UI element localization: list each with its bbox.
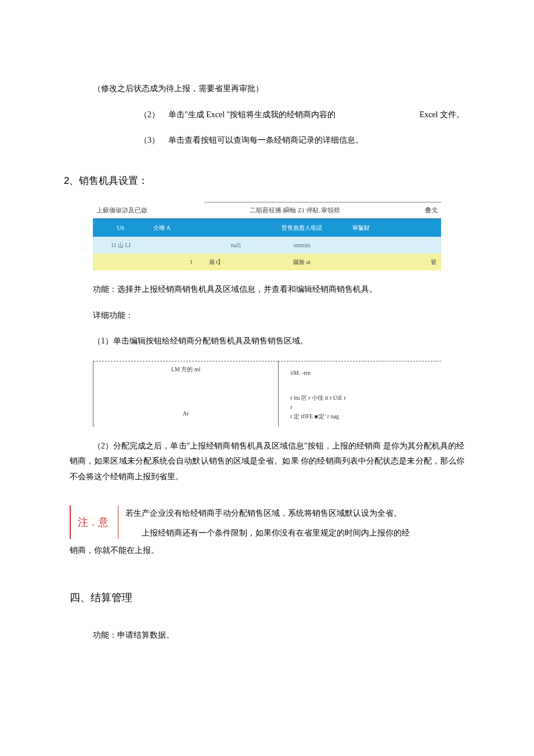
table-row: 11 山 LI nuJ] immim — [93, 237, 441, 254]
diagram-line: r — [290, 403, 436, 412]
section-2-title: 2、销售机具设置： — [64, 172, 464, 190]
allocation-diagram: LM 方的 ml Ar iiM: -rrn r itu 区 r 小佳 it r … — [93, 361, 441, 427]
cell: 11 山 LI — [93, 237, 149, 254]
text: （修改之后状态成为待上报，需要省里再审批） — [93, 84, 264, 93]
cell: nuJ] — [204, 237, 267, 254]
text-excel-file: Excel 文件。 — [420, 107, 464, 123]
header-cell: 审鬘財 — [337, 218, 385, 237]
cell — [93, 254, 149, 270]
cell — [337, 254, 385, 270]
intro-line-0: （修改之后状态成为待上报，需要省里再审批） — [70, 81, 464, 97]
text: 上报经销商还有一个条件限制，如果你没有在省里规定的时间内上报你的经 — [142, 529, 410, 537]
cell: 扇 t】 — [204, 254, 267, 270]
diagram-label: LM 方的 ml — [171, 364, 201, 375]
cell: 上蘇偭琡滸及已啟 — [93, 202, 204, 219]
diagram-line: r 定 tflFE ■'定' r nag — [290, 412, 436, 421]
table-header-row: Utt 仝唾 A 暂售負责人电话 审鬘財 — [93, 218, 441, 237]
table-row: 上蘇偭琡滸及已啟 二順蘢柾播.瞬軸 Z1 停駐.审領焙 叠戈 — [93, 202, 441, 219]
note-line: 上报经销商还有一个条件限制，如果你没有在省里规定的时间内上报你的经 — [125, 525, 465, 541]
cell — [149, 237, 204, 254]
intro-line-2: （3） 单击查看按钮可以查询每一条经销商记录的详细信息。 — [70, 133, 464, 149]
diagram-right-pane: iiM: -rrn r itu 区 r 小佳 it r UiE r r r 定 … — [278, 361, 441, 427]
note-line: 若生产企业没有给经销商手动分配销售区域，系统将销售区域默认设为全省。 — [125, 505, 465, 522]
header-cell — [385, 218, 441, 237]
table-sales-machine: 上蘇偭琡滸及已啟 二順蘢柾播.瞬軸 Z1 停駐.审領焙 叠戈 Utt 仝唾 A … — [93, 202, 441, 270]
cell: 叠戈 — [385, 202, 441, 219]
paragraph: （2）分配完成之后，单击"上报经销商销售机具及区域信息"按钮，上报的经销商 是你… — [70, 439, 464, 485]
paragraph: 功能：申请结算数据。 — [70, 628, 464, 643]
text: 单击"生成 Excel "按钮将生成我的经销商内容的 — [168, 107, 367, 123]
note-label: 注.意 — [70, 505, 118, 539]
cell: 1 — [149, 254, 204, 270]
diagram-label: Ar — [98, 408, 273, 419]
header-cell: 暂售負责人电话 — [267, 218, 337, 237]
diagram-left-pane: LM 方的 ml Ar — [93, 361, 278, 427]
cell: immim — [267, 237, 337, 254]
intro-line-1: （2） 单击"生成 Excel "按钮将生成我的经销商内容的 Excel 文件。 — [70, 107, 464, 123]
diagram-lines: r itu 区 r 小佳 it r UiE r r r 定 tflFE ■'定'… — [290, 393, 436, 421]
cell: 冒 — [385, 254, 441, 270]
text: 单击查看按钮可以查询每一条经销商记录的详细信息。 — [168, 133, 464, 149]
table: 上蘇偭琡滸及已啟 二順蘢柾播.瞬軸 Z1 停駐.审領焙 叠戈 Utt 仝唾 A … — [93, 202, 441, 270]
cell — [385, 237, 441, 254]
header-cell — [204, 218, 267, 237]
paragraph: （1）单击编辑按钮给经销商分配销售机具及销售销售区域。 — [70, 334, 464, 349]
paragraph: 功能：选择并上报经销商销售机具及区域信息，并查看和编辑经销商销售机具。 — [70, 282, 464, 298]
table-row: 1 扇 t】 蹴验 ai 冒 — [93, 254, 441, 270]
paragraph: 详细功能： — [70, 308, 464, 324]
note-continuation: 销商，你就不能在上报。 — [70, 542, 464, 559]
section-4-title: 四、结算管理 — [70, 588, 464, 607]
note-content: 若生产企业没有给经销商手动分配销售区域，系统将销售区域默认设为全省。 上报经销商… — [118, 505, 465, 541]
header-cell: Utt — [93, 218, 149, 237]
cell: 蹴验 ai — [267, 254, 337, 270]
text: （2）分配完成之后，单击"上报经销商销售机具及区域信息"按钮，上报的经销商 是你… — [70, 442, 464, 481]
header-cell: 仝唾 A — [149, 218, 204, 237]
cell: 二順蘢柾播.瞬軸 Z1 停駐.审領焙 — [204, 202, 385, 219]
diagram-line: r itu 区 r 小佳 it r UiE r — [290, 393, 436, 403]
diagram-header: iiM: -rrn — [290, 367, 436, 378]
list-number: （2） — [139, 107, 168, 123]
list-number: （3） — [139, 133, 168, 149]
note-box: 注.意 若生产企业没有给经销商手动分配销售区域，系统将销售区域默认设为全省。 上… — [70, 505, 464, 541]
cell — [337, 237, 385, 254]
